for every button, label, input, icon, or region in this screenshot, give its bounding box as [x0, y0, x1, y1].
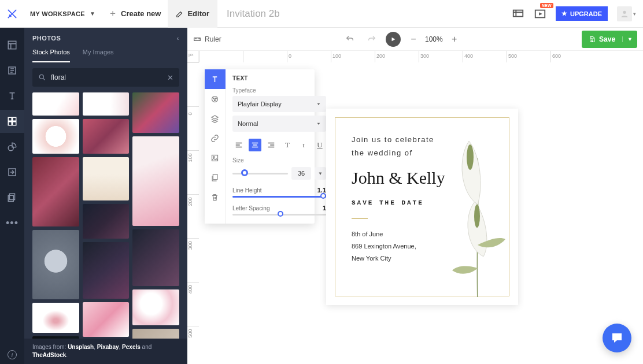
- size-slider[interactable]: [232, 173, 288, 174]
- panel-title: PHOTOS: [32, 35, 61, 42]
- artboard[interactable]: Join us to celebrate the wedding of John…: [326, 109, 518, 305]
- svg-point-17: [215, 98, 216, 99]
- svg-rect-11: [10, 194, 15, 200]
- workspace-label: MY WORKSPACE: [30, 10, 85, 17]
- align-right-button[interactable]: [265, 139, 278, 151]
- photo-thumb[interactable]: [32, 303, 79, 333]
- delete-tab-icon[interactable]: [205, 187, 226, 207]
- zoom-controls: − 100% +: [407, 32, 461, 46]
- image-tab-icon[interactable]: [205, 148, 226, 168]
- photo-thumb[interactable]: [32, 157, 79, 226]
- chevron-down-icon: ▾: [633, 11, 636, 17]
- invitation-content[interactable]: Join us to celebrate the wedding of John…: [335, 118, 509, 296]
- chevron-down-icon: ▼: [316, 102, 321, 106]
- layers-tab-icon[interactable]: [205, 109, 226, 128]
- colors-tab-icon[interactable]: [205, 89, 226, 109]
- photo-thumb[interactable]: [83, 204, 130, 239]
- align-center-button[interactable]: [249, 139, 261, 151]
- search-input[interactable]: [51, 73, 162, 81]
- rail-shapes[interactable]: [0, 135, 24, 158]
- info-icon[interactable]: i: [8, 350, 17, 359]
- duplicate-tab-icon[interactable]: [205, 168, 226, 187]
- font-family-select[interactable]: Playfair Display ▼: [232, 96, 326, 112]
- plus-icon: ＋: [108, 8, 117, 20]
- text-panel-title: TEXT: [232, 75, 326, 81]
- photo-thumb[interactable]: [32, 119, 79, 154]
- photo-thumb[interactable]: [32, 230, 79, 299]
- text-tab-icon[interactable]: [205, 69, 226, 89]
- size-label: Size: [232, 157, 326, 164]
- workspace-dropdown[interactable]: MY WORKSPACE ▼: [24, 10, 101, 17]
- panel-tabs: Stock Photos My Images: [24, 49, 187, 62]
- svg-point-15: [212, 96, 218, 102]
- photo-thumb[interactable]: [83, 302, 130, 337]
- zoom-value[interactable]: 100%: [422, 35, 446, 43]
- app-logo[interactable]: [0, 0, 24, 28]
- play-button[interactable]: [386, 32, 401, 47]
- document-title[interactable]: Invitation 2b: [217, 8, 289, 20]
- redo-button[interactable]: [364, 31, 380, 47]
- size-caret-icon[interactable]: ▼: [315, 167, 326, 180]
- photo-thumb[interactable]: [132, 92, 179, 133]
- undo-button[interactable]: [342, 31, 358, 47]
- rail-text[interactable]: [0, 84, 24, 107]
- rail-layout[interactable]: [0, 34, 24, 57]
- rail-templates[interactable]: [0, 59, 24, 82]
- ruler-unit: px: [187, 51, 199, 62]
- size-value[interactable]: 36: [291, 167, 311, 180]
- svg-rect-8: [13, 122, 16, 125]
- photo-thumb[interactable]: [132, 289, 179, 325]
- svg-point-22: [467, 144, 474, 170]
- lowercase-button[interactable]: t: [297, 139, 310, 151]
- svg-rect-0: [513, 10, 523, 16]
- font-weight-select[interactable]: Normal ▼: [232, 116, 326, 132]
- underline-button[interactable]: U: [313, 139, 326, 151]
- present-icon[interactable]: [512, 8, 524, 20]
- chat-button[interactable]: [603, 324, 631, 352]
- video-icon[interactable]: NEW: [534, 8, 546, 20]
- text-properties-panel[interactable]: TEXT Typeface Playfair Display ▼ Normal …: [205, 69, 315, 224]
- photo-thumb[interactable]: [83, 242, 130, 299]
- photo-thumb[interactable]: [132, 229, 179, 286]
- create-new-button[interactable]: ＋ Create new: [101, 0, 168, 28]
- account-menu[interactable]: ▾: [617, 6, 636, 21]
- rail-pages[interactable]: [0, 186, 24, 209]
- tab-my-images[interactable]: My Images: [83, 49, 114, 62]
- photo-thumb[interactable]: [83, 92, 130, 116]
- editor-label: Editor: [187, 9, 209, 18]
- save-caret-icon[interactable]: ▼: [622, 36, 637, 42]
- photo-thumb[interactable]: [32, 92, 79, 116]
- flower-graphic: [449, 124, 507, 297]
- rail-photos[interactable]: [0, 110, 24, 133]
- ruler-toggle[interactable]: Ruler: [193, 35, 221, 43]
- link-tab-icon[interactable]: [205, 128, 226, 148]
- line-height-slider[interactable]: [232, 196, 326, 198]
- photo-thumb[interactable]: [83, 119, 130, 154]
- svg-rect-21: [213, 174, 217, 179]
- svg-rect-12: [8, 195, 13, 202]
- editor-button[interactable]: Editor: [168, 0, 217, 28]
- zoom-in-button[interactable]: +: [448, 32, 461, 46]
- uppercase-button[interactable]: T: [281, 139, 294, 151]
- svg-rect-19: [212, 155, 218, 161]
- horizontal-ruler[interactable]: 0 100 200 300 400 500 600: [199, 51, 643, 62]
- save-button[interactable]: Save ▼: [582, 31, 637, 48]
- upgrade-button[interactable]: ★ UPGRADE: [556, 6, 608, 21]
- clear-search-icon[interactable]: ✕: [167, 73, 173, 82]
- rail-export[interactable]: [0, 161, 24, 184]
- collapse-panel-icon[interactable]: ‹: [177, 35, 179, 42]
- photo-thumb[interactable]: [83, 157, 130, 200]
- tab-stock-photos[interactable]: Stock Photos: [32, 49, 70, 62]
- svg-rect-3: [8, 41, 16, 49]
- typeface-label: Typeface: [232, 87, 326, 94]
- create-new-label: Create new: [121, 9, 161, 18]
- photo-thumb[interactable]: [132, 136, 179, 226]
- letter-spacing-slider[interactable]: [232, 214, 326, 216]
- stage[interactable]: px 0 100 200 300 400 500 600 0 100 200 3…: [187, 51, 643, 364]
- rail-more[interactable]: •••: [0, 211, 24, 235]
- zoom-out-button[interactable]: −: [407, 32, 420, 46]
- align-left-button[interactable]: [232, 139, 245, 151]
- photo-thumb[interactable]: [132, 329, 179, 339]
- photo-gallery: [24, 92, 187, 339]
- vertical-ruler[interactable]: 0 100 200 300 400 500: [187, 62, 199, 364]
